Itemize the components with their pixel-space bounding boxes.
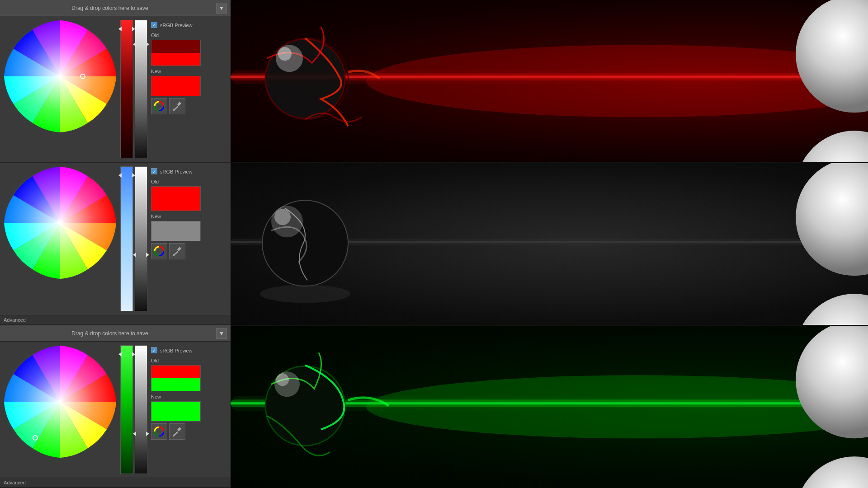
color-picker-section-3: Drag & drop colors here to save ▼ xyxy=(0,325,231,488)
color-wheel-btn-3[interactable] xyxy=(151,423,167,440)
left-panel: Drag & drop colors here to save ▼ xyxy=(0,0,231,488)
hue-slider-thumb-left-3 xyxy=(118,352,122,357)
value-slider-thumb-left-3 xyxy=(133,432,136,436)
drag-drop-label-1: Drag & drop colors here to save xyxy=(4,5,216,11)
tools-row-3 xyxy=(151,423,227,440)
srgb-row-1: ✓ sRGB Preview xyxy=(151,20,227,30)
eyedropper-icon-1 xyxy=(172,101,182,111)
value-slider-3[interactable] xyxy=(135,345,148,474)
svg-rect-14 xyxy=(177,247,181,251)
old-swatch-top-3 xyxy=(151,366,200,378)
color-wheel-wrap-2[interactable] xyxy=(4,166,117,311)
sliders-wrap-1 xyxy=(120,20,147,158)
scene-1-svg xyxy=(231,0,868,162)
srgb-checkbox-2[interactable]: ✓ xyxy=(151,168,157,174)
svg-point-43 xyxy=(796,163,868,276)
right-panel xyxy=(231,0,868,488)
viewport-scene-1[interactable] xyxy=(231,0,868,163)
value-slider-track-3 xyxy=(135,346,147,474)
color-wheel-btn-2[interactable] xyxy=(151,243,167,259)
value-slider-thumb-left-2 xyxy=(133,253,136,257)
viewport-scene-3[interactable] xyxy=(231,326,868,488)
eyedropper-btn-1[interactable] xyxy=(169,98,185,114)
color-wheel-svg-2[interactable] xyxy=(4,166,117,279)
advanced-bar-2[interactable]: Advanced xyxy=(0,315,231,324)
main-layout: Drag & drop colors here to save ▼ xyxy=(0,0,868,488)
svg-point-35 xyxy=(796,131,868,162)
value-slider-2[interactable] xyxy=(135,166,148,311)
svg-rect-3 xyxy=(135,20,147,158)
checkbox-check-3: ✓ xyxy=(152,348,156,353)
hue-slider-track-1 xyxy=(121,20,133,158)
svg-point-33 xyxy=(278,47,292,61)
svg-rect-22 xyxy=(177,427,181,431)
viewport-scene-2[interactable] xyxy=(231,163,868,326)
hue-slider-1[interactable] xyxy=(120,20,133,158)
svg-rect-19 xyxy=(135,346,147,474)
old-swatch-1 xyxy=(151,40,201,66)
value-slider-thumb-right-1 xyxy=(146,42,149,47)
dropdown-btn-3[interactable]: ▼ xyxy=(216,328,227,339)
svg-point-44 xyxy=(796,294,868,325)
srgb-row-2: ✓ sRGB Preview xyxy=(151,166,227,176)
old-swatch-3 xyxy=(151,365,201,391)
old-label-3: Old xyxy=(151,358,227,363)
svg-point-41 xyxy=(274,209,291,225)
hue-slider-2[interactable] xyxy=(120,166,133,311)
new-swatch-2 xyxy=(151,221,201,241)
srgb-checkbox-1[interactable]: ✓ xyxy=(151,22,157,28)
eyedropper-btn-3[interactable] xyxy=(169,423,185,440)
drag-drop-bar-1: Drag & drop colors here to save ▼ xyxy=(0,0,231,16)
old-label-2: Old xyxy=(151,179,227,184)
eyedropper-icon-2 xyxy=(172,246,182,256)
old-swatch-bottom-3 xyxy=(151,378,200,391)
picker-content-1: ✓ sRGB Preview Old New xyxy=(0,16,231,162)
svg-point-1 xyxy=(4,20,116,132)
hue-slider-3[interactable] xyxy=(120,345,133,474)
svg-rect-11 xyxy=(135,167,147,311)
new-label-1: New xyxy=(151,69,227,74)
advanced-label-2: Advanced xyxy=(4,317,26,323)
svg-point-17 xyxy=(4,346,116,458)
color-wheel-svg-1[interactable] xyxy=(4,20,117,133)
hue-slider-thumb-right-1 xyxy=(132,27,135,31)
svg-point-8 xyxy=(173,109,175,111)
value-slider-track-1 xyxy=(135,20,147,158)
scene-2-svg xyxy=(231,163,868,325)
svg-point-52 xyxy=(276,374,289,386)
hue-slider-track-2 xyxy=(121,167,133,311)
color-info-panel-3: ✓ sRGB Preview Old New xyxy=(151,345,227,474)
eyedropper-btn-2[interactable] xyxy=(169,243,185,259)
hue-slider-thumb-left-2 xyxy=(118,173,122,178)
hue-slider-thumb-right-2 xyxy=(132,173,135,178)
value-slider-track-2 xyxy=(135,167,147,311)
svg-point-54 xyxy=(796,457,868,488)
srgb-row-3: ✓ sRGB Preview xyxy=(151,345,227,355)
color-picker-section-2: ✓ sRGB Preview Old New xyxy=(0,163,231,325)
advanced-label-3: Advanced xyxy=(4,480,26,485)
srgb-checkbox-3[interactable]: ✓ xyxy=(151,347,157,353)
svg-point-13 xyxy=(157,249,161,253)
svg-rect-10 xyxy=(121,167,133,311)
old-label-1: Old xyxy=(151,33,227,38)
srgb-label-1: sRGB Preview xyxy=(160,23,193,28)
scene-3-svg xyxy=(231,326,868,488)
value-slider-1[interactable] xyxy=(135,20,148,158)
tools-row-1 xyxy=(151,98,227,114)
sliders-wrap-3 xyxy=(120,345,147,474)
svg-point-16 xyxy=(173,254,175,256)
scene-1-bg xyxy=(231,0,868,162)
old-swatch-top-1 xyxy=(151,40,200,53)
color-info-panel-2: ✓ sRGB Preview Old New xyxy=(151,166,227,311)
advanced-bar-3[interactable]: Advanced xyxy=(0,478,231,487)
color-wheel-wrap-1[interactable] xyxy=(4,20,117,158)
drag-drop-label-3: Drag & drop colors here to save xyxy=(4,330,216,337)
drag-drop-bar-3: Drag & drop colors here to save ▼ xyxy=(0,325,231,342)
color-picker-section-1: Drag & drop colors here to save ▼ xyxy=(0,0,231,163)
svg-point-9 xyxy=(4,167,116,279)
color-wheel-svg-3[interactable] xyxy=(4,345,117,458)
picker-content-2: ✓ sRGB Preview Old New xyxy=(0,163,231,315)
color-wheel-wrap-3[interactable] xyxy=(4,345,117,474)
dropdown-btn-1[interactable]: ▼ xyxy=(216,3,227,14)
color-wheel-btn-1[interactable] xyxy=(151,98,167,114)
